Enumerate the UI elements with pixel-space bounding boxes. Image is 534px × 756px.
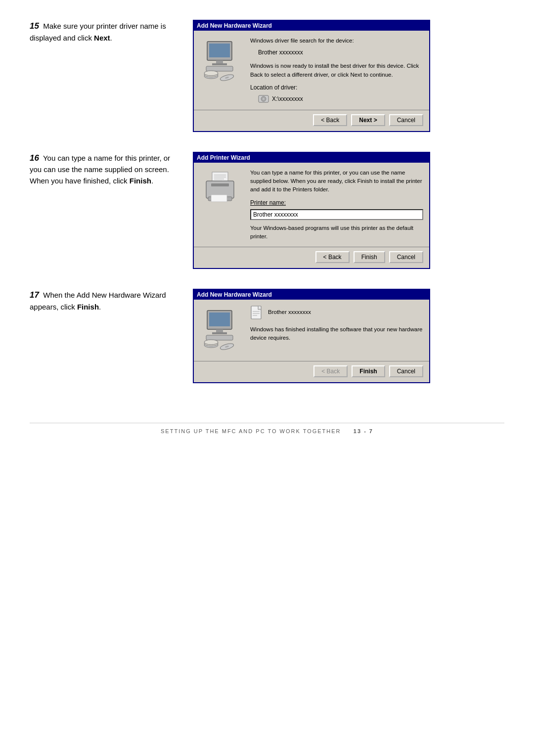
svg-rect-19 — [211, 183, 229, 186]
printer-icon — [202, 171, 242, 216]
dialog-2-body: You can type a name for this printer, or… — [194, 163, 429, 247]
dialog-1-cancel-button[interactable]: Cancel — [389, 114, 423, 126]
dialog-1-location-text: X:\xxxxxxxx — [272, 94, 303, 103]
dialog-3-finish-button[interactable]: Finish — [352, 365, 385, 377]
svg-point-29 — [204, 340, 218, 345]
svg-rect-25 — [212, 332, 227, 334]
document-icon — [250, 306, 264, 319]
dialog-1-title: Add New Hardware Wizard — [197, 22, 272, 29]
dialog-2-title: Add Printer Wizard — [197, 154, 250, 161]
step-15-keyword: Next — [94, 34, 110, 42]
dialog-2-printer-input[interactable] — [250, 209, 423, 220]
svg-rect-24 — [216, 329, 223, 332]
step-15-number: 15 — [30, 21, 39, 31]
dialog-1-back-button[interactable]: < Back — [313, 114, 347, 126]
dialog-add-hardware-wizard-1: Add New Hardware Wizard — [193, 20, 430, 132]
footer-label: SETTING UP THE MFC AND PC TO WORK TOGETH… — [161, 428, 341, 434]
svg-rect-2 — [216, 60, 223, 63]
svg-rect-26 — [206, 335, 233, 340]
dialog-2-printer-label: Printer name: — [250, 198, 423, 207]
dialog-2-back-button[interactable]: < Back — [315, 251, 350, 263]
computer-icon-2 — [202, 308, 242, 353]
dialog-1-footer: < Back Next > Cancel — [194, 110, 429, 131]
step-16-keyword: Finish — [130, 177, 151, 185]
dialog-2-text-area: You can type a name for this printer, or… — [250, 169, 423, 241]
step-17-keyword: Finish — [77, 303, 99, 311]
dialog-2-finish-button[interactable]: Finish — [354, 251, 385, 263]
footer-page: 13 - 7 — [354, 428, 373, 434]
step-15-text: 15 Make sure your printer driver name is… — [30, 20, 178, 44]
dialog-2-body-text: You can type a name for this printer, or… — [250, 169, 423, 194]
dialog-3-icon-area — [200, 306, 244, 355]
step-16-number: 16 — [30, 153, 39, 163]
svg-rect-23 — [209, 312, 230, 326]
dialog-1-location-value: X:\xxxxxxxx — [258, 94, 423, 104]
svg-point-12 — [263, 98, 265, 99]
dialog-3-body-text: Windows has finished installing the soft… — [250, 325, 423, 343]
dialog-1-driver-name: Brother xxxxxxxx — [258, 48, 423, 57]
dialog-3-body: Brother xxxxxxxx Windows has finished in… — [194, 300, 429, 361]
step-17-number: 17 — [30, 290, 39, 300]
dialog-1-next-button[interactable]: Next > — [351, 114, 385, 126]
svg-rect-1 — [209, 44, 230, 57]
dialog-3-back-button[interactable]: < Back — [313, 365, 348, 377]
svg-rect-21 — [211, 195, 227, 202]
dialog-3-cancel-button[interactable]: Cancel — [389, 365, 423, 377]
dialog-1-location-label: Location of driver: — [250, 83, 423, 92]
svg-rect-3 — [212, 63, 227, 65]
footer: SETTING UP THE MFC AND PC TO WORK TOGETH… — [30, 423, 504, 434]
dialog-2-default-text: Your Windows-based programs will use thi… — [250, 224, 423, 241]
dialog-1-body: Windows driver file search for the devic… — [194, 31, 429, 110]
step-17-text: 17 When the Add New Hardware Wizard appe… — [30, 289, 178, 312]
dialog-2-titlebar: Add Printer Wizard — [194, 153, 429, 163]
step-16-row: 16 You can type a name for this printer,… — [30, 152, 504, 269]
dialog-1-titlebar: Add New Hardware Wizard — [194, 21, 429, 31]
dialog-2-icon-area — [200, 169, 244, 218]
svg-rect-4 — [206, 66, 233, 71]
step-15-row: 15 Make sure your printer driver name is… — [30, 20, 504, 132]
step-16-text: 16 You can type a name for this printer,… — [30, 152, 178, 187]
dialog-1-body-text: Windows is now ready to install the best… — [250, 62, 423, 79]
step-17-row: 17 When the Add New Hardware Wizard appe… — [30, 289, 504, 383]
dialog-1-text-area: Windows driver file search for the devic… — [250, 37, 423, 104]
page-content: 15 Make sure your printer driver name is… — [30, 20, 504, 434]
computer-icon — [202, 39, 242, 84]
dialog-3-driver-row: Brother xxxxxxxx — [250, 306, 423, 319]
dialog-3-driver-name: Brother xxxxxxxx — [268, 308, 311, 316]
dialog-3-text-area: Brother xxxxxxxx Windows has finished in… — [250, 306, 423, 343]
dialog-2-footer: < Back Finish Cancel — [194, 247, 429, 268]
dialog-3-title: Add New Hardware Wizard — [197, 291, 272, 298]
dialog-3-footer: < Back Finish Cancel — [194, 361, 429, 382]
svg-point-7 — [204, 71, 218, 76]
dialog-1-intro: Windows driver file search for the devic… — [250, 37, 423, 45]
cd-drive-icon — [258, 94, 269, 104]
dialog-2-cancel-button[interactable]: Cancel — [389, 251, 423, 263]
dialog-add-printer-wizard: Add Printer Wizard — [193, 152, 430, 269]
dialog-3-titlebar: Add New Hardware Wizard — [194, 290, 429, 300]
dialog-1-icon-area — [200, 37, 244, 86]
dialog-add-hardware-wizard-2: Add New Hardware Wizard — [193, 289, 430, 383]
